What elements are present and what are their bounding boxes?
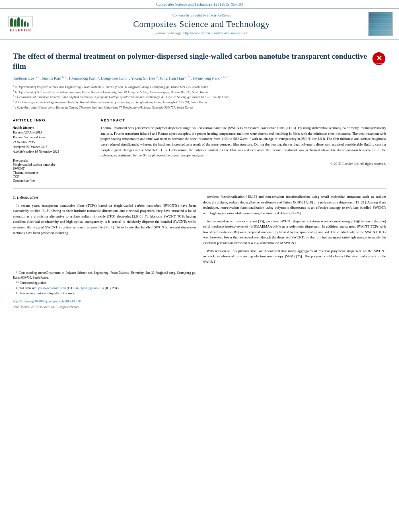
affiliation-a: a a Department of Polymer Science and En… — [13, 85, 386, 90]
crossmark-logo[interactable]: ✕ CrossMark — [372, 51, 386, 66]
email-link-1[interactable]: jhh.an@chonnam.ac.kr — [38, 286, 66, 290]
abstract-col: ABSTRACT Thermal treatment was performed… — [101, 118, 386, 183]
doi-link[interactable]: http://dx.doi.org/10.1016/j.compscitech.… — [13, 300, 81, 303]
affiliations: a a Department of Polymer Science and En… — [13, 85, 386, 110]
abstract-text: Thermal treatment was performed on polym… — [101, 125, 386, 158]
received-revised-label: Received in revised form — [13, 135, 88, 140]
intro-para1: In recent years, transparent conductive … — [13, 203, 196, 236]
elsevier-brand-text: ELSEVIER — [10, 28, 31, 32]
article-info-abstract-section: ARTICLE INFO Article history: Received 2… — [13, 114, 386, 183]
contents-line: Contents lists available at ScienceDirec… — [39, 13, 364, 17]
article-info-heading: ARTICLE INFO — [13, 118, 88, 122]
svg-text:CrossMark: CrossMark — [374, 62, 384, 65]
keywords-label: Keywords: — [13, 158, 88, 162]
intro-para4: With relation to this phenomenon, we dis… — [203, 249, 386, 265]
article-title: The effect of thermal treatment on polym… — [13, 51, 368, 71]
corresponding-author-note: * Corresponding author.Department of Pol… — [13, 271, 196, 280]
journal-reference: Composites Science and Technology 121 (2… — [0, 0, 399, 8]
journal-cover-thumbnail — [368, 12, 393, 36]
email-link-2[interactable]: hpaik@pusan.ac.kr — [81, 286, 104, 290]
keyword-2: SWCNT — [13, 166, 88, 170]
journal-header-center: Contents lists available at ScienceDirec… — [39, 13, 364, 35]
keywords-section: Keywords: Single-walled carbon nanotube … — [13, 158, 88, 183]
section-divider — [13, 188, 386, 189]
svg-point-7 — [21, 19, 23, 23]
keyword-5: Conductive film — [13, 179, 88, 183]
revised-date: 21 October 2015 — [13, 140, 88, 145]
intro-heading: 1. Introduction — [13, 194, 196, 201]
issn-line: 0266-3538/© 2015 Elsevier Ltd. All right… — [13, 305, 196, 310]
journal-header: ELSEVIER Contents lists available at Sci… — [0, 8, 399, 40]
available-date: Available online 10 November 2015 — [13, 150, 88, 154]
equal-contribution-note: 1 These authors contributed equally to t… — [13, 291, 196, 296]
svg-point-11 — [27, 23, 29, 25]
received-date: Received 20 July 2015 — [13, 130, 88, 135]
homepage-link[interactable]: http://www.elsevier.com/locate/compscite… — [183, 31, 247, 35]
accepted-date: Accepted 25 October 2015 — [13, 145, 88, 150]
footnotes: * Corresponding author.Department of Pol… — [13, 268, 196, 296]
abstract-footer: © 2015 Elsevier Ltd. All rights reserved… — [101, 162, 386, 166]
elsevier-logo: ELSEVIER — [6, 16, 35, 32]
svg-point-1 — [10, 18, 13, 22]
main-content: The effect of thermal treatment on polym… — [0, 40, 399, 314]
article-history-label: Article history: — [13, 125, 88, 129]
body-col-right: covalent functionalization [15,16] and n… — [203, 194, 386, 310]
article-info-col: ARTICLE INFO Article history: Received 2… — [13, 118, 93, 183]
intro-para3: As discussed in our previous report [25]… — [203, 219, 386, 246]
email-addresses: E-mail addresses: jhh.an@chonnam.ac.kr (… — [13, 286, 196, 290]
elsevier-tree-logo — [8, 16, 33, 27]
keyword-3: Thermal treatment — [13, 170, 88, 175]
journal-homepage: journal homepage: http://www.elsevier.co… — [39, 31, 364, 35]
intro-para2: covalent functionalization [15,16] and n… — [203, 194, 386, 216]
keyword-4: TCF — [13, 175, 88, 179]
doi-line: http://dx.doi.org/10.1016/j.compscitech.… — [13, 299, 196, 304]
footnotes-section: * Corresponding author.Department of Pol… — [13, 268, 196, 310]
affiliation-b: b b Department of Advanced Circuit Inter… — [13, 90, 386, 95]
sciencedirect-link[interactable]: ScienceDirect — [210, 13, 230, 17]
keyword-1: Single-walled carbon nanotube — [13, 162, 88, 166]
body-col-left: 1. Introduction In recent years, transpa… — [13, 194, 196, 310]
abstract-heading: ABSTRACT — [101, 118, 386, 122]
journal-title: Composites Science and Technology — [39, 19, 364, 29]
affiliation-e: e e Optoelectronics Convergence Research… — [13, 105, 386, 110]
svg-point-9 — [24, 21, 26, 24]
affiliation-d: d d Kit Convergence Technology Research … — [13, 100, 386, 105]
svg-text:✕: ✕ — [376, 54, 382, 62]
affiliation-c: c c Department of Advanced Materials and… — [13, 95, 386, 100]
body-two-col: 1. Introduction In recent years, transpa… — [13, 194, 386, 310]
corresponding-author2-note: ** Corresponding author. — [13, 281, 196, 285]
svg-point-3 — [14, 19, 16, 23]
article-title-section: The effect of thermal treatment on polym… — [13, 51, 386, 71]
svg-point-5 — [17, 17, 20, 21]
authors-line: Taeheon Lee a, 1, Sumin Kim b, 1, Hyunse… — [13, 75, 386, 82]
